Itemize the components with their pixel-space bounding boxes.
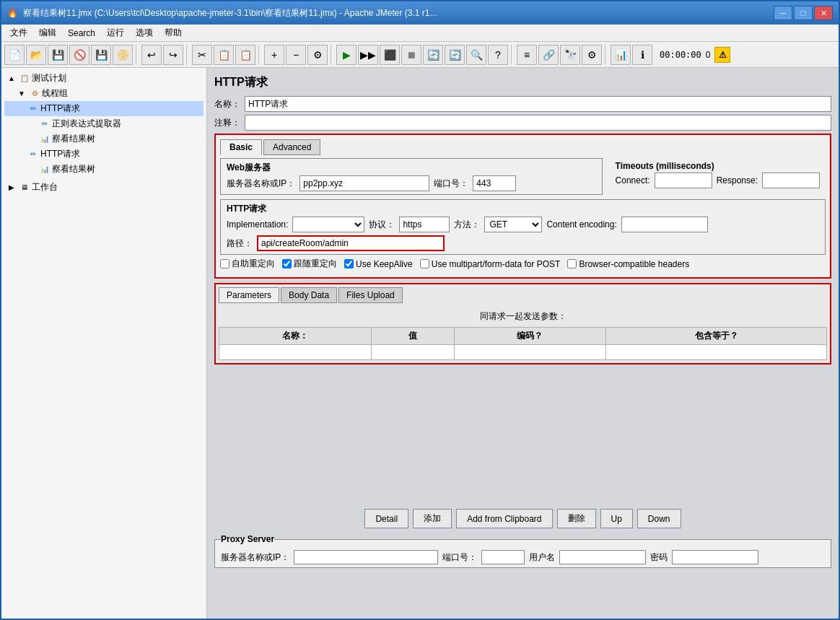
- minimize-button[interactable]: ─: [774, 6, 792, 20]
- multipart-checkbox[interactable]: [420, 259, 429, 268]
- browser-headers-checkbox-label[interactable]: Browser-compatible headers: [567, 259, 689, 269]
- tb-new[interactable]: 📄: [4, 45, 25, 65]
- tb-redo[interactable]: ↪: [163, 45, 183, 65]
- proxy-section: Proxy Server 服务器名称或IP： 端口号： 用户名 密码: [214, 534, 831, 568]
- tree-expand-icon-test-plan: ▲: [6, 73, 17, 84]
- col-encode: 编码？: [454, 328, 606, 345]
- proxy-user-input[interactable]: [559, 550, 646, 564]
- path-label: 路径：: [227, 237, 253, 250]
- close-button[interactable]: ✕: [814, 6, 833, 20]
- port-input[interactable]: [473, 175, 516, 191]
- tb-stop[interactable]: ⬛: [380, 45, 400, 65]
- menu-edit[interactable]: 编辑: [33, 25, 62, 40]
- menu-options[interactable]: 选项: [130, 25, 159, 40]
- tree-node-icon-test-plan: 📋: [19, 73, 30, 84]
- auto-redirect-checkbox[interactable]: [220, 259, 229, 268]
- add-button[interactable]: 添加: [413, 509, 452, 528]
- tb-collapse[interactable]: −: [286, 45, 306, 65]
- implementation-select[interactable]: [292, 217, 364, 232]
- tab-body-data[interactable]: Body Data: [281, 287, 337, 303]
- tb-expand[interactable]: +: [264, 45, 284, 65]
- tb-open[interactable]: 📂: [26, 45, 46, 65]
- response-input[interactable]: [762, 173, 820, 188]
- proxy-port-label: 端口号：: [442, 551, 477, 564]
- server-input[interactable]: [299, 175, 429, 191]
- tb-copy[interactable]: 📋: [214, 45, 234, 65]
- keep-alive-checkbox[interactable]: [344, 259, 354, 268]
- tb-table[interactable]: 📊: [611, 45, 631, 65]
- tb-clear[interactable]: 🔄: [423, 45, 443, 65]
- tb-save2[interactable]: 💾: [91, 45, 111, 65]
- tb-help[interactable]: ?: [488, 45, 508, 65]
- connect-input[interactable]: [655, 173, 712, 188]
- warning-icon[interactable]: ⚠: [714, 47, 730, 63]
- maximize-button[interactable]: □: [794, 6, 813, 20]
- follow-redirect-checkbox-label[interactable]: 跟随重定向: [282, 258, 337, 270]
- params-area: Parameters Body Data Files Upload 同请求一起发…: [214, 283, 831, 364]
- web-server-section: Web服务器 服务器名称或IP： 端口号：: [220, 158, 603, 195]
- tree-node-thread-group[interactable]: ▼ ⚙ 线程组: [4, 86, 204, 101]
- name-input[interactable]: [245, 96, 831, 112]
- tree-node-view-2[interactable]: 📊 察看结果树: [4, 162, 204, 177]
- tb-clear-all[interactable]: 🔄: [445, 45, 465, 65]
- path-input[interactable]: [257, 235, 445, 251]
- keep-alive-checkbox-label[interactable]: Use KeepAlive: [344, 259, 413, 269]
- auto-redirect-checkbox-label[interactable]: 自助重定向: [220, 258, 275, 270]
- proxy-server-input[interactable]: [294, 550, 438, 564]
- tb-shutdown[interactable]: ⏹: [401, 45, 421, 65]
- tree-label-workbench: 工作台: [32, 181, 58, 193]
- tb-undo[interactable]: ↩: [141, 45, 162, 65]
- multipart-checkbox-label[interactable]: Use multipart/form-data for POST: [420, 259, 561, 269]
- delete-button[interactable]: 删除: [557, 509, 596, 528]
- tab-files-upload[interactable]: Files Upload: [338, 287, 403, 303]
- comment-row: 注释：: [214, 115, 831, 131]
- http-request-title: HTTP请求: [227, 203, 819, 215]
- tab-advanced[interactable]: Advanced: [263, 139, 320, 155]
- tb-start[interactable]: ▶: [336, 45, 356, 65]
- tb-settings[interactable]: ⚙: [582, 45, 602, 65]
- menu-help[interactable]: 帮助: [159, 25, 188, 40]
- tb-binoculars[interactable]: 🔭: [560, 45, 580, 65]
- down-button[interactable]: Down: [637, 509, 681, 528]
- up-button[interactable]: Up: [600, 509, 633, 528]
- comment-input[interactable]: [245, 115, 831, 131]
- tree-node-test-plan[interactable]: ▲ 📋 测试计划: [4, 71, 204, 86]
- menu-file[interactable]: 文件: [4, 25, 33, 40]
- tree-node-icon-thread-group: ⚙: [29, 88, 40, 100]
- method-select[interactable]: GET POST PUT DELETE: [484, 217, 542, 232]
- tree-node-view-1[interactable]: 📊 察看结果树: [4, 131, 204, 147]
- section-title: HTTP请求: [214, 75, 831, 90]
- tree-node-workbench[interactable]: ▶ 🖥 工作台: [4, 180, 204, 195]
- follow-redirect-checkbox[interactable]: [282, 259, 292, 268]
- add-from-clipboard-button[interactable]: Add from Clipboard: [456, 509, 552, 528]
- protocol-input[interactable]: [399, 217, 450, 232]
- detail-button[interactable]: Detail: [364, 509, 408, 528]
- tree-node-http-request-1[interactable]: ✏ HTTP请求: [4, 101, 204, 116]
- tb-list[interactable]: ≡: [517, 45, 537, 65]
- tb-disk[interactable]: 📀: [113, 45, 133, 65]
- menu-search[interactable]: Search: [62, 27, 101, 40]
- proxy-password-input[interactable]: [672, 550, 758, 564]
- proxy-server-label: 服务器名称或IP：: [221, 551, 289, 564]
- tb-info[interactable]: ℹ: [632, 45, 652, 65]
- tree-expand-icon-thread-group: ▼: [16, 88, 27, 100]
- tb-find[interactable]: 🔍: [466, 45, 486, 65]
- proxy-port-input[interactable]: [481, 550, 525, 564]
- tb-save[interactable]: 💾: [48, 45, 68, 65]
- multipart-label: Use multipart/form-data for POST: [432, 259, 561, 269]
- tb-error[interactable]: 🚫: [69, 45, 89, 65]
- browser-headers-checkbox[interactable]: [567, 259, 577, 268]
- tree-node-http-request-2[interactable]: ✏ HTTP请求: [4, 147, 204, 162]
- tb-ref[interactable]: ⚙: [307, 45, 328, 65]
- tab-parameters[interactable]: Parameters: [219, 287, 279, 303]
- tree-node-regex[interactable]: ✏ 正则表达式提取器: [4, 116, 204, 131]
- tab-basic[interactable]: Basic: [220, 139, 262, 155]
- tb-paste[interactable]: 📋: [235, 45, 255, 65]
- web-server-title: Web服务器: [227, 162, 596, 174]
- encoding-input[interactable]: [621, 217, 708, 232]
- params-table: 名称： 值 编码？ 包含等于？: [219, 327, 827, 360]
- tb-remote[interactable]: 🔗: [538, 45, 559, 65]
- menu-run[interactable]: 运行: [101, 25, 130, 40]
- tb-start-no-pause[interactable]: ▶▶: [358, 45, 378, 65]
- tb-cut[interactable]: ✂: [192, 45, 212, 65]
